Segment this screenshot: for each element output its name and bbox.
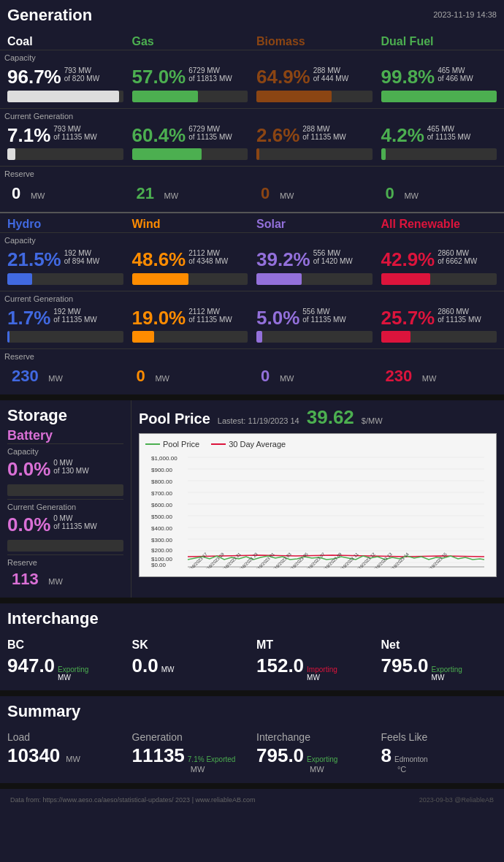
dualfuel-capacity-total: of 466 MW [438, 75, 473, 83]
legend-30day-label: 30 Day Average [229, 440, 286, 449]
gas-capacity-mw: 6729 MW [188, 66, 232, 75]
gas-current-total: of 11135 MW [188, 133, 232, 141]
gas-current-bar [132, 148, 248, 160]
solar-header: Solar [252, 213, 377, 232]
fossil-capacity-label: Capacity [0, 50, 504, 64]
hydro-current-pct: 1.7% [7, 308, 50, 329]
mt-col: MT 152.0 Importing MW [252, 636, 377, 684]
solar-current-pct: 5.0% [256, 308, 299, 329]
battery-current-mw: 0 MW [53, 514, 96, 522]
summary-gen-value: 11135 [132, 744, 185, 767]
dualfuel-current-total: of 11135 MW [427, 133, 470, 141]
dualfuel-reserve-unit: MW [404, 191, 419, 200]
pool-price-chart: Pool Price 30 Day Average $1,000.00 $900… [139, 433, 497, 577]
hydro-current-bar [7, 331, 123, 343]
battery-current-pct: 0.0% [7, 514, 50, 535]
bc-status: Exporting [58, 665, 88, 674]
mt-value: 152.0 [256, 655, 304, 677]
solar-capacity-total: of 1420 MW [313, 257, 353, 265]
hydro-capacity-total: of 894 MW [64, 257, 99, 265]
svg-text:$300.00: $300.00 [151, 537, 172, 543]
summary-feelslike-value: 8 [381, 744, 392, 767]
battery-label: Battery [7, 428, 53, 443]
summary-interchange-label: Interchange [256, 731, 373, 743]
timestamp: 2023-11-19 14:38 [433, 10, 497, 19]
bc-unit: MW [58, 674, 88, 682]
wind-capacity-bar [132, 273, 248, 285]
sk-label: SK [132, 638, 248, 652]
hydro-current-mw: 192 MW [53, 308, 96, 316]
summary-load-unit: MW [66, 755, 80, 763]
summary-gen-sub: 7.1% Exported [188, 755, 236, 763]
solar-capacity-pct: 39.2% [256, 249, 310, 270]
solar-reserve-unit: MW [280, 374, 294, 383]
solar-capacity-bar [256, 273, 373, 285]
allrenewable-header: All Renewable [377, 213, 502, 232]
coal-current-mw: 793 MW [53, 125, 96, 133]
coal-current-total: of 11135 MW [53, 133, 96, 141]
biomass-capacity-bar [256, 91, 373, 102]
dualfuel-current-mw: 465 MW [427, 125, 470, 133]
dualfuel-capacity-bar [381, 91, 497, 102]
allrenewable-capacity-mw: 2860 MW [438, 249, 477, 257]
summary-feelslike-label: Feels Like [381, 731, 497, 743]
legend-30day-line [211, 443, 226, 445]
coal-reserve: 0 [7, 183, 25, 204]
biomass-capacity-pct: 64.9% [256, 66, 310, 88]
mt-unit: MW [307, 674, 337, 682]
legend-pool-price-label: Pool Price [163, 440, 199, 449]
wind-header: Wind [128, 213, 253, 232]
allrenewable-reserve-unit: MW [422, 374, 437, 383]
solar-reserve-col: 0 MW [252, 364, 377, 389]
poolprice-title: Pool Price [139, 411, 210, 427]
battery-capacity-bar [7, 484, 123, 496]
hydro-capacity-bar [7, 273, 123, 285]
solar-current-total: of 11135 MW [302, 316, 345, 324]
biomass-current-total: of 11135 MW [302, 133, 345, 141]
solar-current-bar [256, 331, 373, 343]
solar-reserve: 0 [256, 365, 274, 386]
allrenewable-current-col: 25.7% 2860 MW of 11135 MW [377, 305, 502, 349]
biomass-current-col: 2.6% 288 MW of 11135 MW [252, 122, 377, 167]
svg-text:$600.00: $600.00 [151, 502, 172, 508]
gas-current-mw: 6729 MW [188, 125, 232, 133]
net-unit: MW [432, 674, 462, 682]
svg-text:$0.00: $0.00 [151, 562, 167, 568]
wind-capacity-col: 48.6% 2112 MW of 4348 MW [128, 246, 253, 291]
fossil-reserve-label: Reserve [0, 166, 504, 180]
legend-pool-price: Pool Price [145, 440, 199, 449]
hydro-current-total: of 11135 MW [53, 316, 96, 324]
wind-reserve-col: 0 MW [128, 364, 253, 389]
summary-feelslike-location: Edmonton [394, 755, 428, 763]
renewable-current-label: Current Generation [0, 291, 504, 305]
wind-current-pct: 19.0% [132, 308, 186, 329]
allrenewable-reserve: 230 [381, 365, 417, 386]
svg-text:$900.00: $900.00 [151, 467, 172, 473]
interchange-title: Interchange [7, 609, 99, 628]
sk-col: SK 0.0 MW [128, 636, 253, 684]
net-status: Exporting [432, 665, 462, 674]
wind-capacity-pct: 48.6% [132, 249, 186, 270]
solar-capacity-col: 39.2% 556 MW of 1420 MW [252, 246, 377, 291]
summary-load-col: Load 10340 MW [3, 728, 128, 777]
bc-value: 947.0 [7, 655, 55, 677]
battery-current-total: of 11135 MW [53, 522, 96, 530]
gas-capacity-col: 57.0% 6729 MW of 11813 MW [128, 64, 253, 108]
battery-current-label: Current Generation [7, 499, 123, 513]
wind-reserve: 0 [132, 365, 150, 386]
net-value: 795.0 [381, 655, 429, 677]
hydro-current-col: 1.7% 192 MW of 11135 MW [3, 305, 128, 349]
legend-30day-avg: 30 Day Average [211, 440, 286, 449]
summary-interchange-value: 795.0 [256, 744, 304, 767]
biomass-reserve: 0 [256, 183, 274, 204]
battery-reserve: 113 [7, 568, 43, 590]
coal-current-pct: 7.1% [7, 125, 50, 146]
gas-current-col: 60.4% 6729 MW of 11135 MW [128, 122, 253, 167]
poolprice-value: 39.62 [307, 406, 354, 429]
summary-title: Summary [7, 702, 80, 720]
hydro-capacity-pct: 21.5% [7, 249, 61, 270]
battery-capacity-label: Capacity [7, 443, 123, 457]
wind-current-col: 19.0% 2112 MW of 11135 MW [128, 305, 253, 349]
bc-label: BC [7, 638, 123, 652]
net-col: Net 795.0 Exporting MW [377, 636, 502, 684]
